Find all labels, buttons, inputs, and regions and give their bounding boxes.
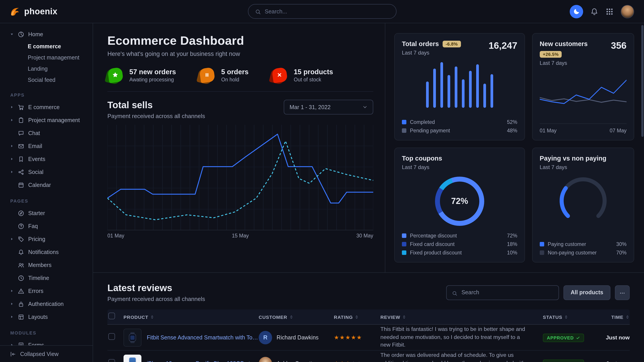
sidebar-item-events[interactable]: Events	[0, 152, 93, 165]
search-icon	[452, 290, 458, 295]
column-header-time[interactable]: TIME	[595, 314, 630, 320]
reviews-search-input[interactable]	[462, 289, 553, 296]
pie-chart-icon	[18, 31, 24, 37]
global-search[interactable]	[248, 4, 396, 19]
reviews-search[interactable]	[446, 285, 559, 300]
sidebar-item-notifications[interactable]: Notifications	[0, 246, 93, 259]
sidebar-item-members[interactable]: Members	[0, 259, 93, 272]
sidebar-section-modules: MODULES	[10, 331, 93, 335]
paying-vs-non-paying-card: Paying vs non paying Last 7 days Paying …	[532, 148, 634, 263]
stat-orders-on-hold: 5 orders On hold	[200, 67, 248, 83]
select-all-checkbox[interactable]	[108, 313, 115, 319]
sidebar-item-landing[interactable]: Landing	[0, 63, 93, 74]
column-header-review[interactable]: REVIEW	[380, 314, 543, 320]
sidebar-group-home[interactable]: Home	[0, 28, 93, 41]
dashboard-top-section: Ecommerce Dashboard Here's what's going …	[93, 23, 644, 273]
legend-non-paying-customer: Non-paying customer 70%	[540, 250, 626, 255]
product-link[interactable]: iPhone 13 pro max-Pacific Blue-128GB sto…	[147, 360, 259, 362]
top-coupons-donut-chart: 72%	[435, 177, 484, 226]
all-products-button[interactable]: All products	[564, 285, 610, 300]
theme-toggle-button[interactable]	[570, 5, 583, 18]
sidebar-item-calendar[interactable]: Calendar	[0, 178, 93, 191]
sidebar-item-layouts[interactable]: Layouts	[0, 310, 93, 323]
sort-icon	[625, 315, 630, 319]
reviews-table-header: PRODUCT CUSTOMER RATING REVIEW STATUS TI…	[108, 310, 630, 325]
latest-reviews-title: Latest reviews	[108, 283, 205, 293]
share-icon	[18, 169, 24, 175]
legend-percentage-discount: Percentage discount 72%	[402, 233, 517, 238]
total-orders-badge: -6.8%	[442, 40, 461, 47]
chevron-down-icon	[362, 105, 368, 110]
new-customers-card: New customers +26.5% Last 7 days 356 01 …	[532, 33, 634, 140]
sidebar-section-pages: PAGES	[10, 199, 93, 203]
bookmark-icon	[18, 156, 24, 162]
column-header-product[interactable]: PRODUCT	[124, 314, 259, 320]
sidebar-item-pricing[interactable]: Pricing	[0, 233, 93, 246]
sidebar-item-social-feed[interactable]: Social feed	[0, 74, 93, 85]
review-row-1: Fitbit Sense Advanced Smartwatch with To…	[108, 325, 630, 351]
sidebar-item-ecommerce-app[interactable]: E commerce	[0, 101, 93, 114]
sidebar-item-chat[interactable]: Chat	[0, 127, 93, 139]
caret-right-icon	[10, 105, 14, 109]
sidebar-item-errors[interactable]: Errors	[0, 284, 93, 297]
column-header-rating[interactable]: RATING	[334, 314, 380, 320]
latest-reviews-subtitle: Payment received across all channels	[108, 296, 205, 302]
legend-pending-payment: Pending payment 48%	[402, 128, 517, 133]
total-orders-value: 16,247	[488, 40, 517, 51]
product-image-iphone	[124, 355, 142, 362]
customer-avatar-photo[interactable]	[259, 357, 272, 362]
donut-center-value: 72%	[451, 196, 468, 206]
compass-icon	[18, 210, 24, 216]
product-link[interactable]: Fitbit Sense Advanced Smartwatch with To…	[147, 334, 259, 341]
row-checkbox[interactable]	[108, 359, 115, 362]
user-avatar[interactable]	[621, 5, 634, 18]
caret-right-icon	[10, 289, 14, 293]
column-header-customer[interactable]: CUSTOMER	[259, 314, 334, 320]
caret-right-icon	[10, 157, 14, 161]
caret-down-icon	[10, 32, 14, 36]
sidebar-item-faq[interactable]: Faq	[0, 220, 93, 233]
legend-fixed-product-discount: Fixed product discount 10%	[402, 250, 517, 255]
sidebar-item-email[interactable]: Email	[0, 139, 93, 152]
reviews-controls: All products	[446, 285, 630, 300]
notifications-bell-icon[interactable]	[590, 7, 598, 15]
global-search-input[interactable]	[265, 8, 389, 14]
smartwatch-image	[126, 331, 139, 344]
review-row-2: iPhone 13 pro max-Pacific Blue-128GB sto…	[108, 351, 630, 362]
dashboard-cards: Total orders -6.8% Last 7 days 16,247 Co…	[385, 23, 644, 272]
more-options-button[interactable]	[615, 285, 630, 300]
star-icon	[112, 71, 118, 78]
sidebar-item-social[interactable]: Social	[0, 165, 93, 178]
phoenix-logo-icon	[9, 5, 20, 17]
caret-right-icon	[10, 237, 14, 241]
clock-icon	[18, 275, 24, 281]
review-time: Just now	[595, 334, 630, 341]
search-icon	[255, 8, 261, 14]
review-text: This Fitbit is fantastic! I was trying t…	[380, 326, 543, 350]
legend-fixed-card-discount: Fixed card discount 18%	[402, 242, 517, 247]
users-icon	[18, 262, 24, 268]
caret-right-icon	[10, 170, 14, 174]
paying-gauge-chart	[545, 172, 621, 225]
new-customers-value: 356	[611, 40, 626, 51]
total-sells-chart: 01 May 15 May 30 May	[108, 125, 373, 238]
sidebar-item-starter[interactable]: Starter	[0, 207, 93, 220]
brand-name: phoenix	[24, 6, 58, 16]
scrollbar[interactable]	[641, 25, 644, 137]
customer-avatar-initial[interactable]: R	[259, 331, 272, 344]
sidebar-item-timeline[interactable]: Timeline	[0, 272, 93, 284]
sidebar-item-project-management-app[interactable]: Project management	[0, 114, 93, 127]
brand[interactable]: phoenix	[9, 5, 58, 17]
sidebar-item-authentication[interactable]: Authentication	[0, 297, 93, 310]
sidebar-item-project-management[interactable]: Project management	[0, 52, 93, 63]
collapse-sidebar-icon	[10, 351, 16, 357]
chat-icon	[18, 130, 24, 136]
collapsed-view-toggle[interactable]: Collapsed View	[0, 345, 93, 362]
column-header-status[interactable]: STATUS	[543, 314, 595, 320]
apps-grid-icon[interactable]	[606, 7, 614, 15]
row-checkbox[interactable]	[108, 333, 115, 340]
date-range-select[interactable]: Mar 1 - 31, 2022	[284, 100, 373, 114]
caret-right-icon	[10, 302, 14, 306]
sidebar-item-ecommerce[interactable]: E commerce	[0, 41, 93, 52]
ellipsis-icon	[620, 290, 625, 295]
